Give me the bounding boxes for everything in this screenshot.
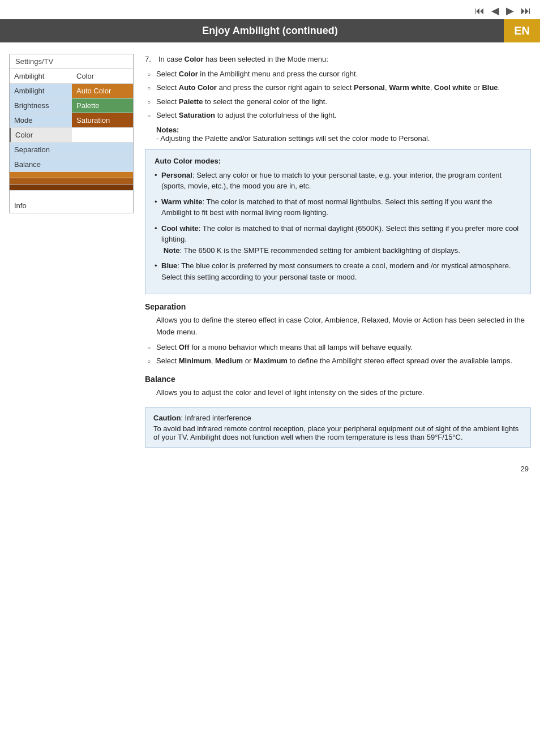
balance-body: Allows you to adjust the color and level… [156, 387, 531, 399]
menu-label-e1 [10, 172, 72, 178]
menu-label-mode[interactable]: Mode [10, 113, 72, 127]
menu-label-info[interactable]: Info [10, 199, 31, 213]
menu-value-color[interactable]: Color [72, 69, 133, 83]
bullet-text-4: Select Saturation to adjust the colorful… [156, 110, 531, 121]
notes-title: Notes: [156, 126, 531, 134]
main-content: Settings/TV Ambilight Color Ambilight Au… [0, 42, 540, 459]
bullet-auto-color: ○ Select Auto Color and press the cursor… [145, 82, 531, 93]
menu-value-separation-empty [72, 143, 133, 157]
left-panel: Settings/TV Ambilight Color Ambilight Au… [9, 54, 134, 448]
separation-bullet-minmax: ○ Select Minimum, Medium or Maximum to d… [145, 355, 531, 367]
bullet-text-s2: Select Minimum, Medium or Maximum to def… [156, 355, 531, 367]
menu-spacer [10, 191, 133, 199]
bullet-circle-3: ○ [145, 96, 156, 108]
bullet-select-color: ○ Select Color in the Ambilight menu and… [145, 68, 531, 80]
step-7: 7. In case Color has been selected in th… [145, 54, 531, 65]
autocolor-warmwhite: Warm white: The color is matched to that… [155, 196, 521, 218]
menu-header-label: Settings/TV [15, 57, 53, 66]
menu-row-info: Info [10, 199, 133, 213]
menu-label-ambilight2[interactable]: Ambilight [10, 84, 72, 98]
separation-bullet-off: ○ Select Off for a mono behavior which m… [145, 342, 531, 353]
menu-row-separation: Separation [10, 143, 133, 157]
language-badge: EN [504, 19, 540, 42]
menu-row-empty1 [10, 172, 133, 178]
balance-title: Balance [145, 375, 531, 384]
autocolor-coolwhite: Cool white: The color is matched to that… [155, 223, 521, 256]
bullet-palette: ○ Select Palette to select the general c… [145, 96, 531, 108]
step-7-number: 7. [145, 54, 158, 65]
top-navigation: ⏮ ◀ ▶ ⏭ [0, 0, 540, 19]
bullet-text-3: Select Palette to select the general col… [156, 96, 531, 108]
menu-row-color: Color [10, 128, 133, 143]
bullet-saturation: ○ Select Saturation to adjust the colorf… [145, 110, 531, 121]
right-panel: 7. In case Color has been selected in th… [145, 54, 531, 448]
menu-value-e2 [72, 178, 133, 184]
step-7-text: In case Color has been selected in the M… [158, 54, 531, 65]
menu-row-brightness: Brightness Palette [10, 98, 133, 113]
menu-value-e3 [72, 184, 133, 190]
menu-row-empty3 [10, 184, 133, 191]
bullet-text-1: Select Color in the Ambilight menu and p… [156, 68, 531, 80]
autocolor-title: Auto Color modes: [155, 157, 521, 165]
nav-first-button[interactable]: ⏮ [474, 5, 485, 17]
nav-next-button[interactable]: ▶ [506, 5, 514, 17]
nav-last-button[interactable]: ⏭ [521, 5, 531, 17]
menu-row-mode: Mode Saturation [10, 113, 133, 128]
bullet-circle-s2: ○ [145, 355, 156, 367]
caution-title: Caution: Infrared interference [153, 414, 522, 422]
bullet-circle-1: ○ [145, 68, 156, 80]
separation-body: Allows you to define the stereo effect i… [156, 315, 531, 338]
autocolor-personal: Personal: Select any color or hue to mat… [155, 170, 521, 192]
notes-body: - Adjusting the Palette and/or Saturatio… [156, 134, 531, 143]
nav-prev-button[interactable]: ◀ [491, 5, 499, 17]
separation-title: Separation [145, 302, 531, 311]
menu-value-autoc[interactable]: Auto Color [72, 84, 133, 98]
bullet-text-s1: Select Off for a mono behavior which mea… [156, 342, 531, 353]
autocolor-list: Personal: Select any color or hue to mat… [155, 170, 521, 283]
caution-box: Caution: Infrared interference To avoid … [145, 407, 531, 448]
menu-label-separation[interactable]: Separation [10, 143, 72, 157]
menu-label-balance[interactable]: Balance [10, 157, 72, 171]
menu-value-e1 [72, 172, 133, 178]
bullet-circle-4: ○ [145, 110, 156, 121]
menu-label-color[interactable]: Color [10, 128, 72, 142]
page-title: Enjoy Ambilight (continued) [202, 25, 337, 37]
autocolor-box: Auto Color modes: Personal: Select any c… [145, 149, 531, 295]
bullet-circle-2: ○ [145, 82, 156, 93]
bullet-circle-s1: ○ [145, 342, 156, 353]
menu-row-ambilight-color: Ambilight Color [10, 69, 133, 84]
bullet-text-2: Select Auto Color and press the cursor r… [156, 82, 531, 93]
menu-label-ambilight1[interactable]: Ambilight [10, 69, 72, 83]
menu-label-e3 [10, 184, 72, 190]
settings-menu: Settings/TV Ambilight Color Ambilight Au… [9, 54, 134, 213]
menu-value-palette[interactable]: Palette [72, 98, 133, 113]
menu-value-saturation[interactable]: Saturation [72, 113, 133, 127]
page-number: 29 [0, 459, 540, 479]
menu-row-ambilight-autoc: Ambilight Auto Color [10, 84, 133, 98]
menu-label-brightness[interactable]: Brightness [10, 98, 72, 113]
menu-value-balance-empty [72, 157, 133, 171]
menu-value-color-empty [72, 128, 133, 142]
menu-label-e2 [10, 178, 72, 184]
autocolor-blue: Blue: The blue color is preferred by mos… [155, 260, 521, 282]
menu-row-empty2 [10, 178, 133, 184]
notes-box: Notes: - Adjusting the Palette and/or Sa… [156, 126, 531, 143]
menu-header: Settings/TV [10, 54, 133, 69]
caution-body: To avoid bad infrared remote control rec… [153, 424, 522, 441]
menu-row-balance: Balance [10, 157, 133, 172]
page-header: Enjoy Ambilight (continued) EN [0, 19, 540, 42]
